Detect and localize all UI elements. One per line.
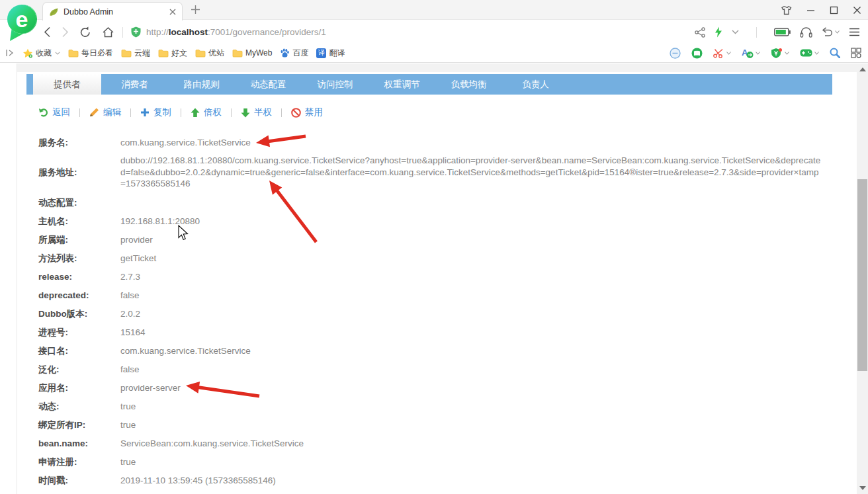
double-weight-label: 倍权 [204,106,222,118]
arrow-down-icon [241,108,250,118]
tab-weight-adjust[interactable]: 权重调节 [369,74,435,95]
new-tab-button[interactable] [191,5,200,15]
scrollbar-up-arrow-icon[interactable] [859,67,866,71]
field-value: provider [120,233,153,246]
games-gamepad-icon[interactable] [800,48,819,58]
folder-icon [195,49,206,58]
disable-link[interactable]: 禁用 [291,106,323,118]
maximize-icon[interactable] [830,6,838,15]
folder-icon [232,49,243,58]
headphones-audio-icon[interactable] [800,26,812,38]
search-magnifier-icon[interactable] [830,48,840,58]
bookmark-folder[interactable]: 云端 [121,48,150,59]
bookmark-folder-label: MyWeb [245,48,272,58]
address-bar[interactable]: http://localhost:7001/governance/provide… [146,27,326,37]
accelerator-lightning-icon[interactable] [715,26,722,38]
bookmark-baidu[interactable]: 百度 [280,48,308,59]
provider-detail-fields: 服务名: com.kuang.service.TicketService 服务地… [38,136,823,494]
reader-mode-icon[interactable] [670,48,681,59]
action-divider [281,108,282,117]
bookmark-translate-label: 翻译 [329,48,345,59]
url-path: :7001/governance/providers/1 [208,27,326,37]
nav-tab-spacer [26,74,33,95]
chevron-down-icon[interactable] [732,30,739,34]
tab-access-control[interactable]: 访问控制 [302,74,369,95]
folder-icon [68,49,79,58]
tab-consumers[interactable]: 消费者 [101,74,168,95]
back-icon[interactable] [44,26,51,38]
page-translate-icon[interactable]: A [742,48,760,59]
field-value: getTicket [120,252,156,265]
url-host: localhost [169,27,208,37]
field-row-register: 申请注册: true [38,456,823,468]
novel-mode-icon[interactable] [691,48,703,59]
bookmark-folder-label: 每日必看 [81,48,113,59]
field-value: dubbo://192.168.81.1:20880/com.kuang.ser… [120,155,823,190]
back-curved-arrow-icon [38,108,48,117]
tab-dynamic-config[interactable]: 动态配置 [235,74,302,95]
back-link-label: 返回 [52,106,70,118]
vertical-scrollbar[interactable] [857,63,868,494]
field-row-methods: 方法列表: getTicket [38,252,823,265]
scrollbar-thumb[interactable] [857,179,867,371]
menu-hamburger-icon[interactable] [849,28,860,36]
tab-owner[interactable]: 负责人 [502,74,569,95]
browser-tab[interactable]: Dubbo Admin [42,2,183,21]
field-value: com.kuang.service.TicketService [120,136,251,149]
apps-grid-icon[interactable] [851,48,861,58]
bookmark-baidu-label: 百度 [292,48,308,59]
minimize-icon[interactable] [806,6,815,15]
folder-icon [158,49,169,58]
field-label: 服务名: [38,136,120,149]
baidu-paw-icon [280,48,290,58]
tab-routing-rules[interactable]: 路由规则 [168,74,235,95]
forward-icon[interactable] [62,26,69,38]
field-row-service-name: 服务名: com.kuang.service.TicketService [38,136,823,149]
field-label: 申请注册: [38,456,120,468]
field-value: ServiceBean:com.kuang.service.TicketServ… [120,437,304,450]
field-value: 2019-11-10 13:59:45 (1573365585146) [120,474,276,487]
close-tab-icon[interactable] [169,9,176,15]
site-safety-shield-icon[interactable] [131,26,141,38]
edit-link[interactable]: 编辑 [89,106,121,118]
skin-theme-icon[interactable] [781,5,792,15]
field-value: 15164 [120,326,146,339]
arrow-up-icon [191,108,200,118]
bookmark-folder[interactable]: MyWeb [232,48,272,58]
field-row-anyhost: 绑定所有IP: true [38,419,823,431]
home-icon[interactable] [102,26,114,38]
expand-sidebar-icon[interactable] [5,49,15,57]
field-value: 192.168.81.1:20880 [120,215,200,227]
bookmark-folder[interactable]: 好文 [158,48,187,59]
field-label: bean.name: [38,437,120,450]
tab-load-balance[interactable]: 负载均衡 [435,74,502,95]
field-row-bean-name: bean.name: ServiceBean:com.kuang.service… [38,437,823,450]
svg-text:e: e [16,7,28,32]
refresh-icon[interactable] [79,26,91,38]
tab-providers[interactable]: 提供者 [33,74,101,95]
half-weight-link[interactable]: 半权 [241,106,272,118]
screenshot-scissors-icon[interactable] [713,48,731,58]
double-weight-link[interactable]: 倍权 [191,106,222,118]
rebate-wallet-icon[interactable] [771,48,789,59]
close-window-icon[interactable] [853,6,861,15]
scrollbar-down-arrow-icon[interactable] [859,486,866,490]
share-icon[interactable] [695,27,705,38]
favorites-button[interactable]: 收藏 [22,48,60,59]
field-value: com.kuang.service.TicketService [120,345,251,357]
field-value: true [120,400,136,413]
copy-link[interactable]: 复制 [140,106,171,118]
copy-link-label: 复制 [153,106,171,118]
field-row-dynamic: 动态: true [38,400,823,413]
battery-saver-icon[interactable] [774,28,791,36]
bookmark-folder[interactable]: 每日必看 [68,48,113,59]
field-value: true [120,419,136,431]
field-value: 2.7.3 [120,270,140,283]
field-value: provider-server [120,382,181,394]
bookmark-translate[interactable]: 译 翻译 [316,48,345,59]
field-row-application: 应用名: provider-server [38,382,823,394]
back-link[interactable]: 返回 [38,106,70,118]
field-label: 方法列表: [38,252,120,265]
undo-recently-closed-icon[interactable] [822,27,840,37]
bookmark-folder[interactable]: 优站 [195,48,224,59]
